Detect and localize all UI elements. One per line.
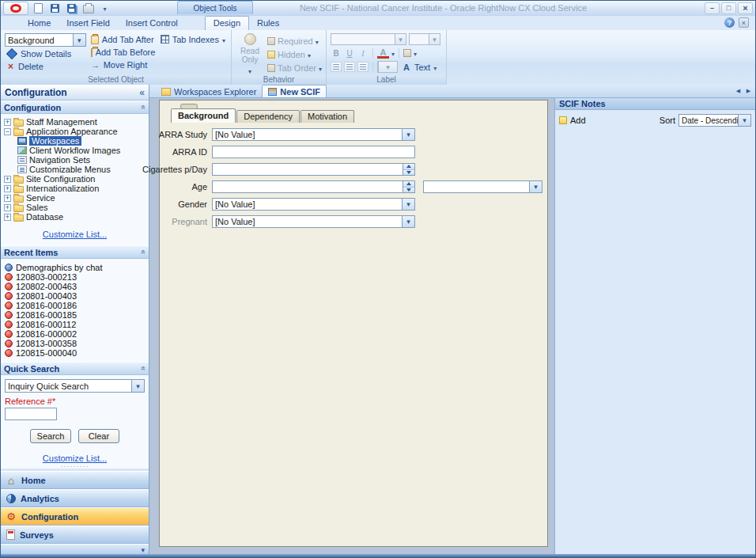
font-size-selector[interactable] — [409, 33, 440, 45]
expand-icon[interactable] — [4, 195, 11, 202]
sidebar-item-analytics[interactable]: Analytics — [1, 489, 149, 507]
font-color-button[interactable] — [377, 47, 389, 59]
text-button[interactable]: Text — [400, 61, 438, 73]
tree-item-application-appearance[interactable]: Application Appearance — [1, 127, 149, 136]
help-icon[interactable] — [724, 17, 735, 28]
previous-tab-icon[interactable] — [735, 87, 742, 95]
collapse-icon[interactable] — [4, 128, 11, 135]
tree-item-internationalization[interactable]: Internationalization — [1, 184, 149, 193]
oracle-menu-button[interactable] — [3, 2, 28, 15]
add-tab-before-button[interactable]: Add Tab Before — [89, 46, 156, 58]
arra-id-input[interactable] — [212, 146, 415, 158]
chevron-down-icon[interactable] — [141, 545, 145, 554]
tab-background[interactable]: Background — [171, 108, 236, 123]
next-tab-icon[interactable] — [745, 87, 752, 95]
clear-button[interactable]: Clear — [78, 429, 119, 443]
spin-down-icon[interactable] — [403, 170, 414, 176]
close-button[interactable] — [738, 2, 753, 14]
chevron-up-icon[interactable] — [139, 105, 148, 110]
tab-insert-control[interactable]: Insert Control — [118, 17, 186, 30]
read-only-button[interactable]: Read Only — [236, 33, 264, 75]
section-header-quick-search[interactable]: Quick Search — [1, 362, 149, 375]
add-note-button[interactable]: Add — [570, 116, 586, 125]
spin-down-icon[interactable] — [403, 188, 414, 193]
section-header-recent-items[interactable]: Recent Items — [1, 245, 149, 259]
fill-color-icon[interactable] — [403, 49, 411, 57]
navigation-pane-header[interactable]: Configuration — [1, 85, 149, 101]
chevron-down-icon[interactable] — [402, 129, 414, 140]
required-button[interactable]: Required — [267, 35, 322, 47]
chevron-down-icon[interactable] — [73, 34, 85, 46]
sidebar-item-configuration[interactable]: Configuration — [1, 507, 149, 526]
tab-design[interactable]: Design — [205, 16, 249, 30]
chevron-down-icon[interactable] — [738, 115, 750, 126]
cigarettes-spinner[interactable] — [212, 163, 415, 176]
new-record-button[interactable] — [32, 2, 44, 13]
recent-item[interactable]: 120816-000186 — [1, 301, 149, 310]
tab-order-button[interactable]: Tab Order — [267, 62, 322, 74]
sort-order-selector[interactable]: Date - Descending — [679, 114, 751, 127]
move-right-button[interactable]: Move Right — [89, 59, 156, 70]
underline-button[interactable] — [344, 47, 355, 59]
chevron-up-icon[interactable] — [139, 250, 148, 255]
expand-icon[interactable] — [4, 204, 11, 211]
logout-icon[interactable] — [739, 17, 749, 28]
section-header-configuration[interactable]: Configuration — [1, 101, 149, 114]
customize-list-link[interactable]: Customize List... — [43, 230, 107, 239]
save-button[interactable] — [49, 2, 61, 13]
gender-dropdown[interactable]: [No Value] — [212, 198, 415, 211]
chevron-down-icon[interactable] — [414, 48, 417, 58]
tab-home[interactable]: Home — [20, 17, 59, 30]
recent-item[interactable]: 120801-000403 — [1, 291, 149, 301]
tab-rules[interactable]: Rules — [249, 17, 287, 30]
recent-item[interactable]: 120803-000213 — [1, 272, 149, 282]
align-center-button[interactable] — [344, 62, 355, 72]
align-left-button[interactable] — [331, 62, 342, 72]
recent-item[interactable]: 120802-000463 — [1, 282, 149, 291]
align-right-button[interactable] — [357, 62, 369, 72]
reference-number-input[interactable] — [5, 408, 57, 420]
chevron-down-icon[interactable] — [391, 48, 395, 58]
selection-handle[interactable] — [180, 104, 198, 109]
add-tab-after-button[interactable]: Add Tab After — [89, 33, 156, 45]
chevron-down-icon[interactable] — [402, 216, 414, 227]
tree-item-customizable-menus[interactable]: Customizable Menus — [1, 165, 149, 174]
chevron-down-icon[interactable] — [378, 62, 397, 72]
tab-dependency[interactable]: Dependency — [236, 110, 300, 123]
chevron-down-icon[interactable] — [429, 34, 440, 44]
expand-icon[interactable] — [4, 214, 11, 221]
sidebar-item-surveys[interactable]: Surveys — [1, 526, 149, 544]
pregnant-dropdown[interactable]: [No Value] — [212, 215, 415, 228]
design-canvas[interactable]: Background Dependency Motivation ARRA St… — [159, 100, 548, 547]
spin-up-icon[interactable] — [403, 164, 414, 170]
age-spinner[interactable] — [212, 180, 415, 193]
bold-button[interactable] — [331, 47, 342, 59]
border-selector[interactable] — [377, 61, 398, 73]
italic-button[interactable] — [357, 47, 369, 59]
delete-button[interactable]: Delete — [5, 60, 86, 72]
expand-icon[interactable] — [4, 119, 11, 126]
chevron-down-icon[interactable] — [529, 181, 542, 192]
tree-item-staff-management[interactable]: Staff Management — [1, 117, 149, 127]
recent-item[interactable]: Demographics by chat — [1, 263, 149, 272]
recent-item[interactable]: 120816-000185 — [1, 310, 149, 320]
tree-item-client-workflow-images[interactable]: Client Workflow Images — [1, 146, 149, 155]
splitter-grip[interactable] — [61, 462, 89, 470]
save-all-button[interactable] — [66, 2, 77, 13]
tree-item-service[interactable]: Service — [1, 193, 149, 203]
background-selector[interactable]: Background — [5, 33, 86, 47]
arra-study-dropdown[interactable]: [No Value] — [212, 128, 415, 141]
hidden-button[interactable]: Hidden — [267, 48, 322, 60]
tab-indexes-button[interactable]: Tab Indexes — [159, 33, 227, 45]
spin-up-icon[interactable] — [403, 181, 414, 188]
tab-workspaces-explorer[interactable]: Workspaces Explorer — [156, 85, 262, 97]
chevron-down-icon[interactable] — [402, 199, 414, 210]
recent-item[interactable]: 120816-000112 — [1, 320, 149, 329]
chevron-down-icon[interactable] — [131, 380, 144, 392]
search-button[interactable]: Search — [30, 429, 71, 443]
quick-search-type-selector[interactable]: Inquiry Quick Search — [5, 379, 145, 393]
print-button[interactable] — [82, 2, 94, 13]
maximize-button[interactable] — [721, 2, 736, 14]
quick-access-menu-button[interactable] — [99, 2, 111, 13]
tree-item-workspaces[interactable]: Workspaces — [1, 136, 149, 146]
